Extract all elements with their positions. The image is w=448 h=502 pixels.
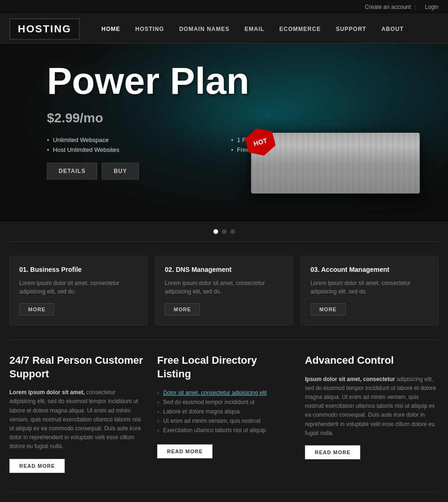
hero-price: $2.99/mo bbox=[47, 105, 401, 127]
nav-item-home[interactable]: HOME bbox=[94, 22, 128, 36]
info-col-support: 24/7 Real Person Customer Support Lorem … bbox=[9, 354, 143, 473]
nav-item-support[interactable]: SUPPORT bbox=[328, 22, 374, 36]
read-more-button[interactable]: READ MORE bbox=[157, 444, 213, 458]
info-col-control: Advanced Control Ipsum dolor sit amet, c… bbox=[305, 354, 439, 473]
slider-dot-2[interactable] bbox=[222, 229, 227, 234]
hero-feature-item: Unlimited Webspace bbox=[47, 136, 217, 143]
feature-card-more-button[interactable]: MORE bbox=[311, 303, 346, 315]
list-item: Labore et dolore magna aliqua bbox=[157, 407, 291, 416]
server-vents bbox=[251, 133, 419, 193]
footer: Home|Hosting|Domain Names|Email|Ecommerc… bbox=[0, 492, 448, 502]
hero-price-value: $2.99 bbox=[47, 111, 80, 125]
hero-price-per: /mo bbox=[80, 111, 103, 125]
hero-title: Power Plan bbox=[47, 62, 401, 100]
nav-item-domain-names[interactable]: DOMAIN NAMES bbox=[172, 22, 237, 36]
feature-card-title: 03. Account Management bbox=[311, 266, 429, 273]
buy-button[interactable]: BUY bbox=[102, 163, 138, 180]
read-more-button[interactable]: READ MORE bbox=[305, 445, 360, 459]
hero-feature-item: Host Unlimited Websites bbox=[47, 146, 217, 153]
feature-card-desc: Lorem ipsum dolor sit amet, consectetur … bbox=[311, 279, 429, 296]
info-col-body: Lorem ipsum dolor sit amet, consectetur … bbox=[9, 388, 143, 451]
login-link[interactable]: Login bbox=[425, 4, 439, 10]
info-col-title: Free Local Directory Listing bbox=[157, 354, 291, 381]
feature-card-3: 03. Account Management Lorem ipsum dolor… bbox=[301, 256, 439, 325]
info-col-title: Advanced Control bbox=[305, 354, 439, 367]
features-section: 01. Business Profile Lorem ipsum dolor s… bbox=[0, 242, 448, 339]
nav-item-hosting[interactable]: HOSTING bbox=[128, 22, 172, 36]
info-col-body: Ipsum dolor sit amet, consectetur adipis… bbox=[305, 375, 439, 438]
info-col-title: 24/7 Real Person Customer Support bbox=[9, 354, 143, 381]
nav-item-email[interactable]: EMAIL bbox=[237, 22, 272, 36]
top-bar: Create an account | Login bbox=[0, 0, 448, 15]
list-item-link[interactable]: Dolor sit amet, consectetur adipisicing … bbox=[163, 390, 267, 396]
feature-card-desc: Lorem ipsum dolor sit amet, consectetur … bbox=[165, 279, 283, 296]
server-image: HOT bbox=[251, 133, 420, 194]
hero-section: Power Plan $2.99/mo Unlimited Webspace1 … bbox=[0, 44, 448, 222]
logo[interactable]: HOSTING bbox=[9, 18, 80, 40]
list-item: Sed do eiusmod tempor incididunt ut bbox=[157, 397, 291, 407]
list-item: Dolor sit amet, consectetur adipisicing … bbox=[157, 388, 291, 397]
feature-card-2: 02. DNS Management Lorem ipsum dolor sit… bbox=[155, 256, 293, 325]
server-body bbox=[251, 133, 420, 194]
nav-item-ecommerce[interactable]: ECOMMERCE bbox=[272, 22, 328, 36]
feature-card-1: 01. Business Profile Lorem ipsum dolor s… bbox=[9, 256, 147, 325]
feature-card-desc: Lorem ipsum dolor sit amet, consectetur … bbox=[19, 279, 137, 296]
feature-card-more-button[interactable]: MORE bbox=[165, 303, 200, 315]
slider-dot-1[interactable] bbox=[213, 229, 218, 234]
info-section: 24/7 Real Person Customer Support Lorem … bbox=[0, 340, 448, 492]
read-more-button[interactable]: READ MORE bbox=[9, 459, 65, 473]
list-item: Ut enim ad minim veniam, quis nostrud bbox=[157, 416, 291, 426]
logo-text: HOSTING bbox=[18, 23, 71, 35]
info-col-directory: Free Local Directory Listing Dolor sit a… bbox=[157, 354, 291, 473]
header: HOSTING HOMEHOSTINGDOMAIN NAMESEMAILECOM… bbox=[0, 15, 448, 44]
info-col-list: Dolor sit amet, consectetur adipisicing … bbox=[157, 388, 291, 435]
feature-card-title: 02. DNS Management bbox=[165, 266, 283, 273]
server-image-container: HOT bbox=[251, 133, 420, 194]
create-account-link[interactable]: Create an account bbox=[365, 4, 411, 10]
details-button[interactable]: DETAILS bbox=[47, 163, 97, 180]
main-nav: HOMEHOSTINGDOMAIN NAMESEMAILECOMMERCESUP… bbox=[94, 22, 411, 36]
nav-item-about[interactable]: ABOUT bbox=[374, 22, 411, 36]
topbar-divider: | bbox=[414, 4, 416, 10]
slider-dots bbox=[0, 222, 448, 241]
slider-dot-3[interactable] bbox=[230, 229, 235, 234]
feature-card-more-button[interactable]: MORE bbox=[19, 303, 54, 315]
feature-card-title: 01. Business Profile bbox=[19, 266, 137, 273]
list-item: Exercitation ullamco laboris nisi ut ali… bbox=[157, 426, 291, 435]
